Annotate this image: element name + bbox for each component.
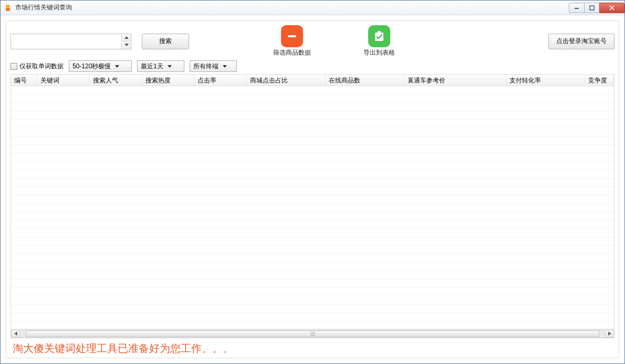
table-row (11, 111, 614, 120)
terminal-select[interactable]: 所有终端 (190, 60, 237, 72)
table-row (11, 296, 614, 305)
range-select[interactable]: 最近1天 (137, 60, 184, 72)
spin-down-button[interactable] (122, 41, 131, 49)
table-row (11, 204, 614, 212)
column-header[interactable]: 编号 (11, 75, 37, 86)
svg-point-3 (8, 6, 9, 7)
speed-select[interactable]: 50-120秒极慢 (69, 60, 132, 72)
spin-buttons (121, 34, 131, 49)
filter-label: 筛选商品数据 (273, 48, 311, 57)
titlebar-left: 市场行情关键词查询 (4, 3, 72, 12)
horizontal-scrollbar[interactable] (11, 329, 614, 338)
table-row (11, 221, 614, 229)
table-row (11, 271, 614, 279)
table-row (11, 145, 614, 153)
column-header[interactable]: 搜索热度 (142, 75, 195, 86)
keyword-input[interactable] (11, 34, 121, 49)
svg-point-2 (6, 6, 7, 7)
speed-select-value: 50-120秒极慢 (72, 62, 111, 71)
export-action[interactable]: 导出到表格 (363, 25, 395, 57)
svg-rect-6 (288, 35, 296, 37)
only-single-label: 仅获取单词数据 (19, 62, 64, 71)
chevron-down-icon (165, 61, 174, 71)
keyword-spinbox[interactable] (11, 34, 131, 49)
only-single-checkbox[interactable] (11, 63, 17, 70)
table-row (11, 195, 614, 204)
table-row (11, 279, 614, 288)
table-row (11, 153, 614, 162)
column-header[interactable]: 在线商品数 (326, 75, 404, 86)
table-row (11, 162, 614, 170)
svg-rect-8 (378, 31, 381, 33)
table-row (11, 246, 614, 254)
search-button[interactable]: 搜索 (142, 34, 189, 49)
table-row (11, 103, 614, 111)
column-header[interactable]: 搜索人气 (90, 75, 142, 86)
column-header[interactable]: 支付转化率 (506, 75, 585, 86)
column-header[interactable]: 商城点击占比 (247, 75, 326, 86)
window-controls (569, 3, 624, 13)
filter-action[interactable]: 筛选商品数据 (273, 25, 311, 57)
content-area: 搜索 筛选商品数据 导出到表格 点击登录淘宝账号 (1, 15, 624, 363)
table-row (11, 229, 614, 237)
table-row (11, 120, 614, 128)
scroll-thumb[interactable] (26, 330, 599, 337)
table-row (11, 187, 614, 195)
scroll-left-button[interactable] (11, 330, 20, 338)
results-table: 编号关键词搜索人气搜索热度点击率商城点击占比在线商品数直通车参考价支付转化率竞争… (11, 74, 614, 338)
scroll-right-button[interactable] (605, 330, 614, 338)
titlebar: 市场行情关键词查询 (1, 1, 624, 15)
close-button[interactable] (599, 3, 624, 13)
table-row (11, 263, 614, 271)
svg-rect-5 (590, 6, 594, 10)
export-label: 导出到表格 (363, 48, 395, 57)
table-row (11, 86, 614, 95)
inner-panel: 搜索 筛选商品数据 导出到表格 点击登录淘宝账号 (6, 20, 619, 358)
window-title: 市场行情关键词查询 (15, 3, 72, 12)
table-header-row: 编号关键词搜索人气搜索热度点击率商城点击占比在线商品数直通车参考价支付转化率竞争… (11, 75, 614, 86)
table-row (11, 95, 614, 103)
maximize-button[interactable] (584, 3, 600, 13)
only-single-checkbox-wrap: 仅获取单词数据 (11, 62, 64, 71)
table-row (11, 313, 614, 321)
table-row (11, 137, 614, 145)
login-button[interactable]: 点击登录淘宝账号 (548, 34, 614, 49)
table-row (11, 179, 614, 187)
toolbar-row-2: 仅获取单词数据 50-120秒极慢 最近1天 所有终端 (11, 60, 614, 72)
table-row (11, 237, 614, 246)
column-header[interactable]: 竞争度 (585, 75, 614, 86)
chevron-down-icon (113, 61, 121, 71)
table-row (11, 288, 614, 296)
svg-rect-1 (6, 8, 10, 11)
range-select-value: 最近1天 (141, 62, 163, 71)
grip-icon (310, 332, 315, 336)
scroll-track[interactable] (20, 330, 605, 338)
export-icon (368, 25, 390, 47)
table-row (11, 321, 614, 329)
spin-up-button[interactable] (122, 34, 131, 42)
column-header[interactable]: 点击率 (194, 75, 247, 86)
table-row (11, 170, 614, 179)
svg-rect-4 (575, 8, 579, 9)
app-window: 市场行情关键词查询 (0, 0, 625, 364)
terminal-select-value: 所有终端 (193, 62, 218, 71)
table-row (11, 212, 614, 221)
table-row (11, 254, 614, 263)
minimize-button[interactable] (569, 3, 585, 13)
status-text: 淘大傻关键词处理工具已准备好为您工作。。。 (11, 341, 614, 356)
filter-icon (281, 25, 303, 47)
column-header[interactable]: 关键词 (37, 75, 90, 86)
toolbar-row-1: 搜索 筛选商品数据 导出到表格 点击登录淘宝账号 (11, 25, 614, 57)
chevron-down-icon (221, 61, 229, 71)
app-icon (4, 4, 12, 12)
table-body (11, 86, 614, 329)
table-row (11, 128, 614, 137)
column-header[interactable]: 直通车参考价 (404, 75, 507, 86)
table-row (11, 305, 614, 313)
